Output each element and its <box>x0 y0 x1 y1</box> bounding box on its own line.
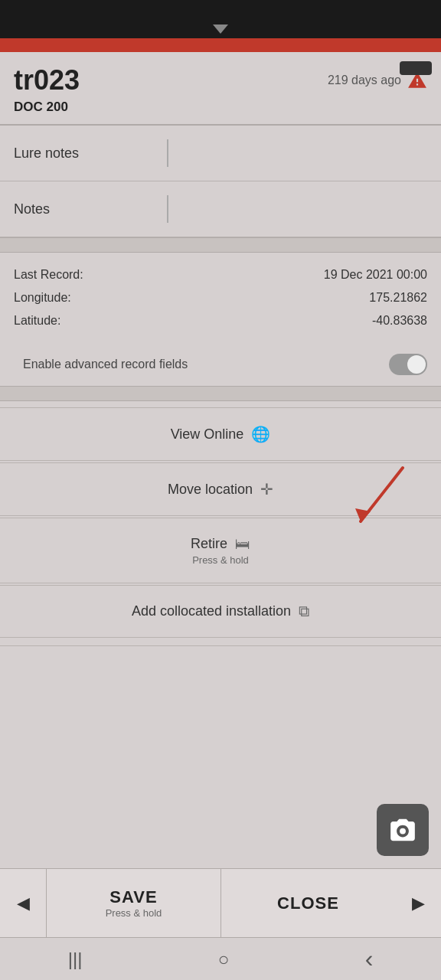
move-icon: ✛ <box>260 480 273 498</box>
retire-section: Retire 🛏 Press & hold <box>0 518 441 583</box>
menu-nav-icon[interactable]: ||| <box>68 949 83 970</box>
move-location-label: Move location <box>168 482 253 498</box>
latitude-value: -40.83638 <box>372 314 427 328</box>
header: tr023 219 days ago DOC 200 <box>0 52 441 126</box>
action-buttons: View Online 🌐 Move location ✛ Retire 🛏 P… <box>0 401 441 645</box>
retire-icon: 🛏 <box>235 535 250 553</box>
globe-icon: 🌐 <box>251 425 270 443</box>
header-toggle-pill <box>400 61 432 75</box>
latitude-row: Latitude: -40.83638 <box>14 309 427 332</box>
section-separator-2 <box>0 386 441 401</box>
record-id: tr023 <box>14 64 80 96</box>
advanced-toggle-switch[interactable] <box>389 354 427 375</box>
camera-button[interactable] <box>377 804 429 856</box>
advanced-label: Enable advanced record fields <box>23 358 188 371</box>
bottom-bar: ◀ SAVE Press & hold CLOSE ▶ <box>0 868 441 937</box>
retire-sublabel: Press & hold <box>192 554 249 566</box>
longitude-label: Longitude: <box>14 291 71 305</box>
info-section: Last Record: 19 Dec 2021 00:00 Longitude… <box>0 253 441 343</box>
camera-area <box>0 645 441 868</box>
next-arrow-icon: ▶ <box>412 893 425 913</box>
notes-row[interactable]: Notes <box>0 181 441 237</box>
close-button[interactable]: CLOSE <box>221 869 395 937</box>
next-button[interactable]: ▶ <box>395 869 441 937</box>
nav-bar: ||| ○ ‹ <box>0 937 441 980</box>
save-label: SAVE <box>109 887 157 907</box>
field-divider-notes <box>167 195 168 223</box>
advanced-toggle-row[interactable]: Enable advanced record fields <box>0 343 441 386</box>
field-divider-lure <box>167 139 168 167</box>
add-collocated-label: Add collocated installation <box>132 603 291 619</box>
save-sublabel: Press & hold <box>106 907 162 919</box>
longitude-row: Longitude: 175.21862 <box>14 286 427 309</box>
camera-icon <box>388 815 417 844</box>
days-ago: 219 days ago <box>328 74 401 87</box>
view-online-button[interactable]: View Online 🌐 <box>0 407 441 461</box>
header-top: tr023 219 days ago <box>14 64 427 96</box>
field-section: Lure notes Notes <box>0 126 441 237</box>
record-subtitle: DOC 200 <box>14 100 427 115</box>
lure-notes-label: Lure notes <box>14 145 167 162</box>
prev-button[interactable]: ◀ <box>0 869 46 937</box>
retire-button[interactable]: Retire 🛏 Press & hold <box>0 518 441 583</box>
last-record-value: 19 Dec 2021 00:00 <box>324 268 427 282</box>
home-nav-icon[interactable]: ○ <box>218 949 230 970</box>
add-collocated-button[interactable]: Add collocated installation ⧉ <box>0 585 441 638</box>
prev-arrow-icon: ◀ <box>17 893 30 913</box>
lure-notes-row[interactable]: Lure notes <box>0 126 441 181</box>
save-button[interactable]: SAVE Press & hold <box>46 869 221 937</box>
move-location-button[interactable]: Move location ✛ <box>0 462 441 516</box>
last-record-label: Last Record: <box>14 268 83 282</box>
last-record-row: Last Record: 19 Dec 2021 00:00 <box>14 263 427 286</box>
svg-rect-4 <box>392 825 393 828</box>
section-separator <box>0 237 441 253</box>
dropdown-triangle <box>213 24 228 34</box>
layers-icon: ⧉ <box>299 603 309 620</box>
retire-label: Retire <box>191 536 227 552</box>
close-label: CLOSE <box>277 893 339 913</box>
tab-bar <box>0 38 441 52</box>
view-online-label: View Online <box>171 426 244 443</box>
status-bar <box>0 0 441 38</box>
back-nav-icon[interactable]: ‹ <box>365 945 374 973</box>
longitude-value: 175.21862 <box>369 291 427 305</box>
notes-label: Notes <box>14 201 167 217</box>
latitude-label: Latitude: <box>14 314 60 328</box>
svg-point-2 <box>400 828 406 835</box>
retire-main: Retire 🛏 <box>191 535 250 553</box>
